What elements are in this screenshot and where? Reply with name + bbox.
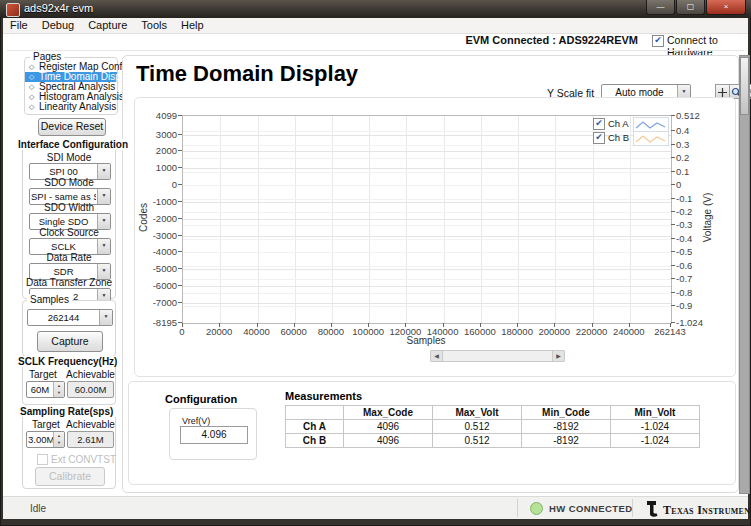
x-tick-label: 262143 <box>640 326 700 337</box>
status-bar: Idle HW CONNECTED Texas Instruments <box>3 496 748 519</box>
y-tick-label-right: -0.9 <box>676 300 692 311</box>
menu-item-capture[interactable]: Capture <box>81 18 134 31</box>
tick-mark <box>517 323 518 327</box>
gridline <box>183 151 671 152</box>
sclk-achievable-field: 60.00M <box>67 381 114 398</box>
channel-visibility-checkbox[interactable]: ✔ <box>593 132 605 144</box>
gridline <box>183 239 671 240</box>
y-tick-label-right: -0.8 <box>676 287 692 298</box>
measurements-table: Max_CodeMax_VoltMin_CodeMin_VoltCh A4096… <box>285 405 700 448</box>
pages-box: ◇Register Map Config◇Time Domain Display… <box>24 57 118 115</box>
tick-mark <box>671 224 675 225</box>
tick-mark <box>219 323 220 327</box>
table-row: Ch A40960.512-8192-1.024 <box>286 420 700 434</box>
samples-combo[interactable]: 262144 ▼ <box>27 309 113 326</box>
plot-area[interactable] <box>182 115 672 324</box>
waveform-preview-icon <box>633 131 669 146</box>
y-tick-label: 2000 <box>135 145 177 156</box>
chevron-down-icon[interactable]: ▼ <box>97 239 110 254</box>
menu-item-tools[interactable]: Tools <box>134 18 174 31</box>
y-tick-label-right: 0.2 <box>676 152 689 163</box>
tick-mark <box>178 218 182 219</box>
tick-mark <box>554 323 555 327</box>
tick-mark <box>257 323 258 327</box>
tick-mark <box>178 184 182 185</box>
calibrate-button[interactable]: Calibrate <box>35 467 105 486</box>
table-cell: -1.024 <box>611 420 700 434</box>
y-tick-label-right: -0.3 <box>676 219 692 230</box>
spinner-arrows-icon[interactable]: ▲▼ <box>53 432 64 447</box>
vref-field[interactable]: 4.096 <box>180 426 248 444</box>
title-bar[interactable]: ads92x4r evm — ▢ × <box>0 0 751 18</box>
scroll-right-icon[interactable]: ▶ <box>552 351 564 361</box>
minimize-button[interactable]: — <box>646 0 675 15</box>
spinner-arrows-icon[interactable]: ▲▼ <box>53 382 64 397</box>
sdi-mode-label: SDI Mode <box>47 152 91 163</box>
sdo-width-label: SDO Width <box>44 202 94 213</box>
gridline <box>183 279 671 280</box>
gridline <box>183 172 671 173</box>
y-scale-fit-value: Auto mode <box>603 87 676 98</box>
tick-mark <box>178 115 182 116</box>
sidebar-item-linearity-analysis[interactable]: ◇Linearity Analysis <box>25 102 117 112</box>
sdi-mode-value: SPI 00 <box>31 166 96 177</box>
tick-mark <box>592 323 593 327</box>
sampling-achievable-field: 2.61M <box>67 431 114 448</box>
tick-mark <box>671 115 675 116</box>
tick-mark <box>671 251 675 252</box>
pages-list: ◇Register Map Config◇Time Domain Display… <box>25 62 117 112</box>
menu-bar: FileDebugCaptureToolsHelp <box>3 18 748 34</box>
sclk-achievable-label: Achievable <box>66 369 115 380</box>
horizontal-scrollbar[interactable]: ◀ ▶ <box>430 350 565 362</box>
chevron-down-icon[interactable]: ▼ <box>97 164 110 179</box>
tick-mark <box>671 144 675 145</box>
sampling-target-label: Target <box>32 419 60 430</box>
tick-mark <box>182 323 183 327</box>
tick-mark <box>443 323 444 327</box>
chevron-down-icon[interactable]: ▼ <box>99 310 112 325</box>
graph-container: 40993000200010000-1000-2000-3000-4000-50… <box>134 97 736 377</box>
tick-mark <box>671 130 675 131</box>
scrollbar-thumb[interactable] <box>740 57 749 115</box>
column-header-max-code: Max_Code <box>344 406 433 420</box>
chevron-down-icon[interactable]: ▼ <box>97 214 110 229</box>
gridline <box>183 252 671 253</box>
connect-to-hardware-checkbox[interactable]: ✔ <box>652 35 664 47</box>
sampling-target-spinner[interactable]: 3.00M ▲▼ <box>26 431 65 448</box>
y-tick-label-right: -0.1 <box>676 193 692 204</box>
capture-button[interactable]: Capture <box>37 331 103 352</box>
tick-mark <box>629 323 630 327</box>
diamond-bullet-icon: ◇ <box>29 62 34 72</box>
sdo-mode-value: SPI - same as SDI <box>31 191 96 202</box>
sclk-target-spinner[interactable]: 60M ▲▼ <box>26 381 65 398</box>
table-cell: 0.512 <box>433 434 522 448</box>
menu-item-help[interactable]: Help <box>174 18 211 31</box>
scroll-left-icon[interactable]: ◀ <box>431 351 443 361</box>
tick-mark <box>671 171 675 172</box>
table-cell: 4096 <box>344 434 433 448</box>
gridline <box>183 303 671 304</box>
close-button[interactable]: × <box>706 0 746 15</box>
device-reset-button[interactable]: Device Reset <box>38 118 106 136</box>
y-tick-label-right: -0.6 <box>676 260 692 271</box>
channel-visibility-checkbox[interactable]: ✔ <box>593 118 605 130</box>
clock-source-label: Clock Source <box>39 227 98 238</box>
evm-status-text: EVM Connected : ADS9224REVM <box>403 34 638 46</box>
column-header-min-code: Min_Code <box>522 406 611 420</box>
tick-mark <box>178 167 182 168</box>
chevron-down-icon[interactable]: ▼ <box>97 189 110 204</box>
maximize-button[interactable]: ▢ <box>676 0 705 15</box>
sampling-target-value: 3.00M <box>28 434 52 445</box>
tick-mark <box>178 251 182 252</box>
menu-item-debug[interactable]: Debug <box>35 18 81 31</box>
configuration-title: Configuration <box>165 393 237 405</box>
ext-convtst-checkbox[interactable] <box>37 454 48 465</box>
table-cell: 4096 <box>344 420 433 434</box>
vertical-scrollbar[interactable] <box>739 55 750 494</box>
menu-item-file[interactable]: File <box>3 18 35 31</box>
statusbar-divider <box>632 499 633 517</box>
y-tick-label-right: -0.4 <box>676 233 692 244</box>
gridline <box>183 185 671 186</box>
tick-mark <box>671 157 675 158</box>
y-tick-label-right: -0.7 <box>676 273 692 284</box>
